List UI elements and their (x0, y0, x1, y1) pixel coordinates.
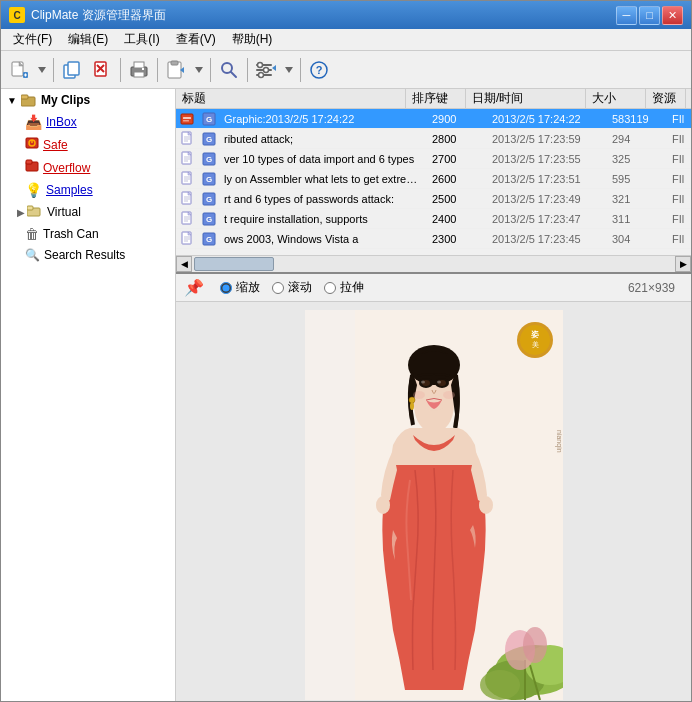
svg-rect-13 (134, 62, 144, 68)
sidebar-item-inbox[interactable]: 📥 InBox (1, 111, 175, 133)
svg-rect-17 (171, 61, 178, 65)
sidebar-item-safe[interactable]: Safe (1, 133, 175, 156)
row-title: ly on Assembler what lets to get extrem.… (220, 173, 428, 185)
image-dimensions: 621×939 (628, 281, 675, 295)
toolbar-separator-5 (247, 58, 248, 82)
list-scrollbar[interactable]: ◀ ▶ (176, 255, 691, 271)
col-header-title[interactable]: 标题 (176, 89, 406, 108)
menu-file[interactable]: 文件(F) (5, 29, 60, 50)
svg-text:G: G (206, 155, 212, 164)
row-icon (176, 171, 198, 186)
hscroll-left-button[interactable]: ◀ (176, 256, 192, 272)
menu-edit[interactable]: 编辑(E) (60, 29, 116, 50)
sidebar-item-trash[interactable]: 🗑 Trash Can (1, 223, 175, 245)
row-size: 294 (608, 133, 668, 145)
svg-point-98 (523, 627, 547, 663)
pin-icon[interactable]: 📌 (184, 278, 204, 297)
list-item[interactable]: G t require installation, supports 2400 … (176, 209, 691, 229)
toolbar-separator-3 (157, 58, 158, 82)
list-item[interactable]: G ows 2003, Windows Vista a 2300 2013/2/… (176, 229, 691, 249)
image-preview: 姿 美 nianqin (176, 302, 691, 701)
list-item[interactable]: G Graphic:2013/2/5 17:24:22 2900 2013/2/… (176, 109, 691, 129)
row-extra: FIl (668, 133, 691, 145)
hscroll-thumb[interactable] (194, 257, 274, 271)
toolbar-dropdown2-button[interactable] (192, 56, 206, 84)
row-size: 595 (608, 173, 668, 185)
col-header-resource[interactable]: 资源 (646, 89, 686, 108)
row-extra: FIl (668, 213, 691, 225)
tree-root[interactable]: ▼ My Clips (1, 89, 175, 111)
row-date: 2013/2/5 17:23:51 (488, 173, 608, 185)
list-item[interactable]: G ly on Assembler what lets to get extre… (176, 169, 691, 189)
sidebar-item-search[interactable]: 🔍 Search Results (1, 245, 175, 265)
toolbar-help-button[interactable]: ? (305, 56, 333, 84)
svg-marker-19 (195, 67, 203, 73)
minimize-button[interactable]: ─ (616, 6, 637, 25)
svg-point-113 (443, 391, 455, 399)
sidebar-item-virtual[interactable]: ▶ Virtual (1, 201, 175, 223)
hscroll-track[interactable] (192, 256, 675, 272)
toolbar-separator-4 (210, 58, 211, 82)
overflow-label: Overflow (43, 161, 90, 175)
row-title: rt and 6 types of passwords attack: (220, 193, 428, 205)
svg-text:姿: 姿 (530, 330, 540, 339)
toolbar-dropdown3-button[interactable] (282, 56, 296, 84)
row-sort: 2500 (428, 193, 488, 205)
toolbar-paste-button[interactable] (162, 56, 190, 84)
preview-toolbar: 📌 缩放 滚动 拉伸 (176, 274, 691, 302)
scroll-mode-label[interactable]: 滚动 (272, 279, 312, 296)
toolbar-delete-button[interactable] (88, 56, 116, 84)
col-header-date[interactable]: 日期/时间 (466, 89, 586, 108)
toolbar-copy-button[interactable] (58, 56, 86, 84)
scroll-label: 滚动 (288, 279, 312, 296)
svg-rect-8 (68, 62, 79, 75)
maximize-button[interactable]: □ (639, 6, 660, 25)
hscroll-right-button[interactable]: ▶ (675, 256, 691, 272)
stretch-mode-label[interactable]: 拉伸 (324, 279, 364, 296)
close-button[interactable]: ✕ (662, 6, 683, 25)
svg-text:?: ? (316, 64, 323, 76)
menu-help[interactable]: 帮助(H) (224, 29, 281, 50)
zoom-mode-label[interactable]: 缩放 (220, 279, 260, 296)
svg-rect-33 (21, 95, 28, 99)
sidebar-item-overflow[interactable]: Overflow (1, 156, 175, 179)
row-date: 2013/2/5 17:23:47 (488, 213, 608, 225)
col-header-size[interactable]: 大小 (586, 89, 646, 108)
zoom-mode-radio[interactable] (220, 282, 232, 294)
row-date: 2013/2/5 17:23:59 (488, 133, 608, 145)
scroll-mode-radio[interactable] (272, 282, 284, 294)
list-item[interactable]: G ver 10 types of data import and 6 type… (176, 149, 691, 169)
row-sort: 2800 (428, 133, 488, 145)
menu-tools[interactable]: 工具(I) (116, 29, 167, 50)
svg-marker-6 (38, 67, 46, 73)
sidebar-item-samples[interactable]: 💡 Samples (1, 179, 175, 201)
toolbar-settings-button[interactable] (252, 56, 280, 84)
svg-text:nianqin: nianqin (555, 430, 563, 453)
svg-rect-15 (142, 68, 144, 70)
row-icon (176, 151, 198, 166)
row-extra: FIl (668, 113, 691, 125)
svg-marker-29 (285, 67, 293, 73)
row-sort: 2700 (428, 153, 488, 165)
list-item[interactable]: G ributed attack; 2800 2013/2/5 17:23:59… (176, 129, 691, 149)
svg-rect-38 (26, 160, 32, 164)
svg-point-111 (437, 381, 441, 384)
toolbar-find-button[interactable] (215, 56, 243, 84)
toolbar-print-button[interactable] (125, 56, 153, 84)
virtual-label: Virtual (47, 205, 81, 219)
title-bar-left: C ClipMate 资源管理器界面 (9, 7, 166, 24)
app-window: C ClipMate 资源管理器界面 ─ □ ✕ 文件(F) 编辑(E) 工具(… (0, 0, 692, 702)
stretch-mode-radio[interactable] (324, 282, 336, 294)
row-icon-2: G (198, 112, 220, 126)
row-size: 304 (608, 233, 668, 245)
toolbar-new-button[interactable] (5, 56, 33, 84)
row-icon (176, 131, 198, 146)
toolbar-dropdown1-button[interactable] (35, 56, 49, 84)
svg-point-110 (421, 381, 425, 384)
row-icon (176, 231, 198, 246)
list-item[interactable]: G rt and 6 types of passwords attack: 25… (176, 189, 691, 209)
menu-view[interactable]: 查看(V) (168, 29, 224, 50)
row-sort: 2900 (428, 113, 488, 125)
col-header-sort[interactable]: 排序键 (406, 89, 466, 108)
row-size: 325 (608, 153, 668, 165)
